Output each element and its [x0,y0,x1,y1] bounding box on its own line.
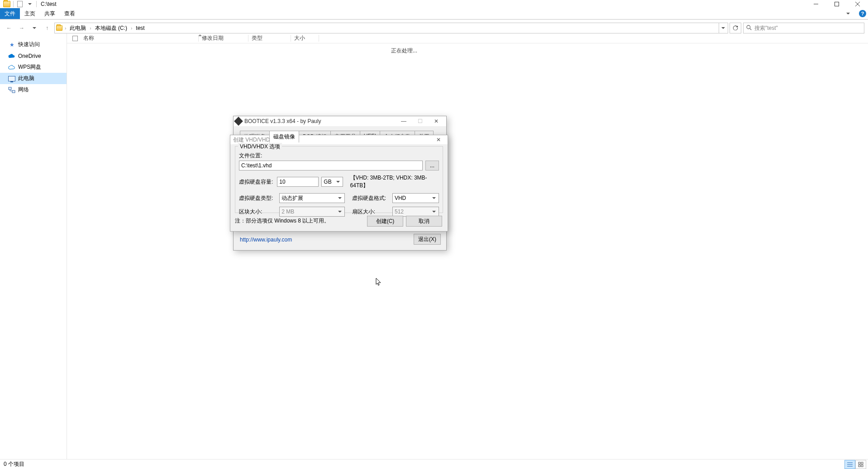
cloud-icon [8,64,15,71]
column-name[interactable]: 名称 [83,34,196,42]
ribbon-tab-home[interactable]: 主页 [20,8,40,19]
quick-access-toolbar [2,0,38,8]
create-vhd-dialog: 创建 VHD/VHDX 文件 ✕ VHD/VHDX 选项 文件位置: ... 虚… [230,135,448,232]
ribbon-tab-file[interactable]: 文件 [0,8,20,19]
svg-rect-14 [861,465,863,467]
chevron-right-icon[interactable]: › [131,26,132,31]
browse-button[interactable]: ... [425,161,439,171]
capacity-hint: 【VHD: 3MB-2TB; VHDX: 3MB-64TB】 [350,174,439,189]
select-all-checkbox[interactable] [72,36,78,41]
tab-disk-image[interactable]: 磁盘镜像 [269,131,299,142]
vhd-options-group: VHD/VHDX 选项 文件位置: ... 虚拟硬盘容量: GB 【VHD: 3… [235,146,443,213]
bootice-link[interactable]: http://www.ipauly.com [240,237,292,243]
capacity-label: 虚拟硬盘容量: [239,178,274,186]
sidebar-item-label: WPS网盘 [18,63,41,71]
column-headers: 名称 修改日期 类型 大小 [67,33,868,43]
ribbon-tab-view[interactable]: 查看 [60,8,80,19]
sidebar-item-wps[interactable]: WPS网盘 [0,62,67,73]
search-placeholder: 搜索"test" [754,24,778,32]
sidebar-item-network[interactable]: 网络 [0,84,67,95]
view-toggle-buttons [844,460,866,469]
separator [13,1,14,7]
properties-icon[interactable] [15,0,25,8]
disk-type-select[interactable]: 动态扩展 [279,193,345,203]
window-title: C:\test [41,1,57,7]
close-button[interactable] [847,0,868,8]
ribbon-tabs: 文件 主页 共享 查看 ? [0,8,868,19]
exit-button[interactable]: 退出(X) [414,234,441,245]
search-input[interactable]: 搜索"test" [743,23,864,33]
bootice-titlebar[interactable]: BOOTICE v1.3.3 x64 - by Pauly — ☐ ✕ [234,116,446,126]
maximize-button[interactable] [826,0,847,8]
file-path-input[interactable] [239,161,423,171]
svg-rect-12 [861,462,863,464]
explorer-titlebar: C:\test [0,0,868,8]
recent-dropdown-icon[interactable] [29,23,40,33]
status-text: 0 个项目 [4,460,24,468]
up-button[interactable]: ↑ [42,23,52,33]
sidebar-item-label: 网络 [18,86,29,94]
computer-icon [8,75,15,82]
bootice-title-text: BOOTICE v1.3.3 x64 - by Pauly [244,118,321,124]
sort-ascending-icon [198,34,202,36]
column-divider[interactable] [198,35,199,42]
navigation-bar: ← → ↑ › 此电脑 › 本地磁盘 (C:) › test 搜索"test" [0,22,868,34]
disk-format-label: 虚拟硬盘格式: [352,194,390,202]
address-bar[interactable]: › 此电脑 › 本地磁盘 (C:) › test [54,23,728,33]
ribbon-expand-icon[interactable] [846,13,850,14]
app-icon [234,117,243,126]
dialog-note: 注：部分选项仅 Windows 8 以上可用。 [235,217,329,225]
create-button[interactable]: 创建(C) [367,216,403,227]
details-view-button[interactable] [844,460,855,469]
chevron-right-icon[interactable]: › [90,26,91,31]
column-type[interactable]: 类型 [252,34,262,42]
navigation-pane: ★ 快速访问 OneDrive WPS网盘 此电脑 网络 [0,33,67,459]
group-label: VHD/VHDX 选项 [238,143,282,151]
column-divider[interactable] [248,35,248,42]
cloud-icon [8,52,15,60]
ribbon-border [0,19,868,20]
breadcrumb-drive[interactable]: 本地磁盘 (C:) [93,24,129,32]
svg-point-4 [747,25,750,29]
icons-view-button[interactable] [855,460,866,469]
maximize-button[interactable]: ☐ [412,117,428,126]
chevron-right-icon[interactable]: › [65,26,66,31]
ribbon-tab-share[interactable]: 共享 [40,8,60,19]
minimize-button[interactable]: — [396,117,412,126]
svg-rect-13 [858,465,860,467]
help-icon[interactable]: ? [859,10,866,17]
sector-size-select: 512 [392,207,439,217]
sidebar-item-onedrive[interactable]: OneDrive [0,50,67,62]
breadcrumb-root[interactable]: 此电脑 [68,24,88,32]
svg-line-5 [750,28,751,29]
block-size-label: 区块大小: [239,208,277,216]
cancel-button[interactable]: 取消 [406,216,442,227]
network-icon [8,86,15,94]
svg-rect-7 [12,90,15,93]
disk-format-select[interactable]: VHD [392,193,439,203]
capacity-unit-select[interactable]: GB [321,177,343,187]
back-button[interactable]: ← [4,23,14,33]
sidebar-item-this-pc[interactable]: 此电脑 [0,73,67,84]
folder-icon[interactable] [2,0,12,8]
window-controls: — ☐ ✕ [396,117,444,126]
column-size[interactable]: 大小 [294,34,305,42]
address-dropdown-icon[interactable] [719,23,727,33]
column-date[interactable]: 修改日期 [202,34,224,42]
window-controls [806,0,868,8]
star-icon: ★ [8,41,15,48]
breadcrumb-folder[interactable]: test [134,25,146,31]
column-divider[interactable] [291,35,291,42]
qat-dropdown-icon[interactable] [25,0,35,8]
close-button[interactable]: ✕ [428,117,444,126]
disk-type-label: 虚拟硬盘类型: [239,194,277,202]
column-divider[interactable] [319,35,319,42]
status-bar: 0 个项目 [0,459,868,469]
close-button[interactable]: ✕ [432,137,445,143]
sidebar-item-quick-access[interactable]: ★ 快速访问 [0,39,67,50]
capacity-input[interactable] [277,177,319,187]
sidebar-item-label: 此电脑 [18,75,34,82]
refresh-button[interactable] [730,23,741,33]
minimize-button[interactable] [806,0,826,8]
forward-button[interactable]: → [16,23,27,33]
